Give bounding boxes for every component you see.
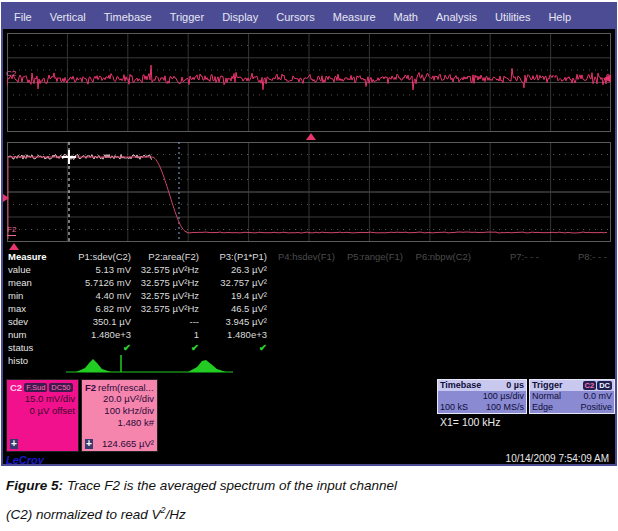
measure-value-p6 [403, 302, 471, 315]
status-check-icon [471, 341, 539, 354]
menu-item-cursors[interactable]: Cursors [267, 11, 324, 23]
measure-value-p2: 32.575 µV²Hz [131, 276, 199, 289]
trigger-source-badge: C2 [583, 381, 597, 390]
timebase-box[interactable]: Timebase 0 µs 100 µs/div 100 kS 100 MS/s [437, 379, 527, 414]
menu-item-analysis[interactable]: Analysis [427, 11, 486, 23]
measure-table: MeasureP1:sdev(C2)P2:area(F2)P3:(P1*P1)P… [5, 250, 617, 367]
measure-value-p4 [267, 315, 335, 328]
timebase-samples: 100 kS [440, 402, 468, 413]
measure-value-p4 [267, 263, 335, 276]
measure-value-p7 [471, 263, 539, 276]
timestamp: 10/14/2009 7:54:09 AM [506, 453, 609, 464]
lecroy-logo: LeCroy [6, 454, 44, 466]
measure-row-label: mean [5, 276, 63, 289]
menu-item-timebase[interactable]: Timebase [95, 11, 161, 23]
param-header-p7: P7:- - - [471, 250, 539, 263]
status-check-icon [335, 341, 403, 354]
timebase-offset: 0 µs [506, 380, 524, 391]
measure-value-p3: 1.480e+3 [199, 328, 267, 341]
f2-horizontal-scale: 100 kHz/div [85, 405, 154, 417]
timebase-scale: 100 µs/div [438, 391, 526, 402]
status-check-icon: ✔ [199, 341, 267, 354]
f2-cursor-readout: 124.665 µV² [102, 438, 154, 449]
menu-item-math[interactable]: Math [385, 11, 427, 23]
menu-item-display[interactable]: Display [213, 11, 267, 23]
measure-row-label: value [5, 263, 63, 276]
f2-trace-id: F2 [85, 382, 96, 393]
param-header-p2: P2:area(F2) [131, 250, 199, 263]
pan-cross-icon[interactable]: + [10, 439, 18, 449]
measure-value-p3: 19.4 µV² [199, 289, 267, 302]
measure-value-p4 [267, 289, 335, 302]
measure-value-p7 [471, 315, 539, 328]
measure-value-p8 [539, 315, 607, 328]
c2-mode-badge: F.Sud [24, 383, 47, 392]
param-header-p5: P5:range(F1) [335, 250, 403, 263]
menu-item-measure[interactable]: Measure [324, 11, 385, 23]
f2-trigger-marker-icon [9, 243, 19, 250]
f2-level-marker-icon [3, 194, 9, 202]
f2-trace-svg [7, 142, 611, 242]
measure-value-p4 [267, 302, 335, 315]
trigger-time-marker-icon[interactable] [306, 133, 316, 140]
measure-value-p2: 32.575 µV²Hz [131, 263, 199, 276]
measure-value-p8 [539, 289, 607, 302]
menu-item-trigger[interactable]: Trigger [161, 11, 213, 23]
measure-value-p3: 3.945 µV² [199, 315, 267, 328]
pan-cross-icon[interactable]: + [85, 439, 93, 449]
measure-value-p4 [267, 276, 335, 289]
measure-value-p1: 6.82 mV [63, 302, 131, 315]
measure-value-p1: 4.40 mV [63, 289, 131, 302]
measure-value-p4 [267, 328, 335, 341]
trigger-box[interactable]: Trigger C2 DC Normal 0.0 mV Edge Positiv… [529, 379, 615, 414]
figure-caption-label: Figure 5: [6, 478, 63, 493]
f2-vertical-scale: 20.0 µV²/div [85, 393, 154, 405]
histogram-icons [61, 354, 311, 375]
f2-descriptor-box[interactable]: F2 refm(rescal... 20.0 µV²/div 100 kHz/d… [81, 379, 158, 452]
measure-row-label: num [5, 328, 63, 341]
measure-value-p6 [403, 328, 471, 341]
menu-item-help[interactable]: Help [539, 11, 580, 23]
measure-value-p6 [403, 263, 471, 276]
trigger-level: 0.0 mV [583, 391, 612, 402]
menu-item-vertical[interactable]: Vertical [41, 11, 95, 23]
status-check-icon [539, 341, 607, 354]
measure-row-label: min [5, 289, 63, 302]
trigger-type: Edge [532, 402, 553, 413]
status-check-icon: ✔ [131, 341, 199, 354]
param-header-p3: P3:(P1*P1) [199, 250, 267, 263]
menu-item-utilities[interactable]: Utilities [486, 11, 539, 23]
measure-row-label: histo [5, 354, 63, 367]
c2-coupling-badge: DC50 [49, 383, 72, 392]
measure-value-p8 [539, 302, 607, 315]
measure-value-p8 [539, 263, 607, 276]
measure-value-p8 [539, 328, 607, 341]
f2-function-desc: refm(rescal... [98, 382, 153, 393]
document-page: FileVerticalTimebaseTriggerDisplayCursor… [0, 0, 618, 531]
param-header-p8: P8:- - - [539, 250, 607, 263]
measure-value-p1: 5.13 mV [63, 263, 131, 276]
c2-waveform-graph[interactable] [7, 33, 611, 132]
measure-value-p7 [471, 328, 539, 341]
f2-spectrum-graph[interactable] [7, 142, 611, 242]
measure-row-label: status [5, 341, 63, 354]
measure-value-p3: 46.5 µV² [199, 302, 267, 315]
c2-descriptor-box[interactable]: C2 F.Sud DC50 15.0 mV/div 0 µV offset + [6, 379, 79, 452]
c2-trace-svg [7, 33, 611, 132]
measure-value-p7 [471, 276, 539, 289]
cursor-x1-readout: X1= 100 kHz [440, 416, 500, 428]
c2-trace-label: C2 [6, 70, 16, 78]
timebase-title: Timebase [440, 380, 481, 391]
status-check-icon: ✔ [63, 341, 131, 354]
status-check-icon [267, 341, 335, 354]
measure-value-p7 [471, 302, 539, 315]
status-check-icon [403, 341, 471, 354]
figure-caption-tail: /Hz [166, 507, 186, 522]
param-header-p6: P6:nbpw(C2) [403, 250, 471, 263]
f2-sweep-count: 1.480 k# [85, 417, 154, 429]
measure-value-p5 [335, 328, 403, 341]
measure-value-p1: 5.7126 mV [63, 276, 131, 289]
measure-value-p8 [539, 276, 607, 289]
menu-item-file[interactable]: File [5, 11, 41, 23]
measure-value-p2: 32.575 µV²Hz [131, 289, 199, 302]
